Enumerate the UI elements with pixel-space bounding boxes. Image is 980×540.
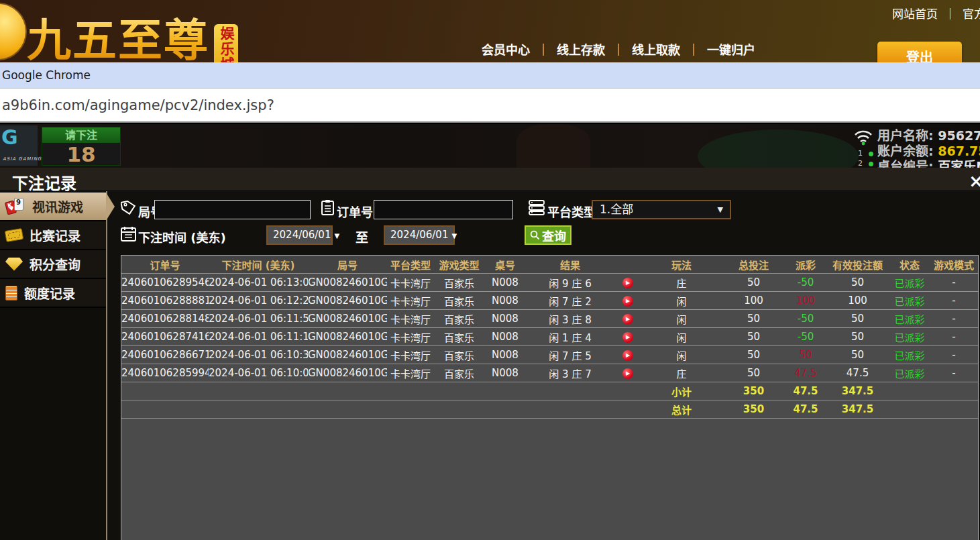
platform-cell: 卡卡湾厅 — [387, 330, 434, 344]
play-cell: ▶ — [614, 349, 641, 361]
nav-one-key-transfer[interactable]: 一键归户 — [707, 43, 755, 57]
valid-bet-cell: 50 — [826, 276, 889, 288]
search-button[interactable]: 查询 — [525, 225, 571, 245]
valid-bet-cell: 47.5 — [826, 367, 889, 379]
table-row: 2406010628667132024-06-01 06:10:37GN0082… — [121, 345, 978, 364]
valid-bet-cell: 50 — [826, 313, 889, 325]
game-background: G ASIA GAMING 请下注 18 1 2 用户名称: 9562737 — [0, 124, 980, 168]
chevron-down-icon: ▼ — [718, 201, 723, 218]
sidebar-item-label: 积分查询 — [30, 255, 80, 273]
order-cell: 240601062895463 — [121, 276, 209, 288]
col-header: 有效投注额 — [826, 258, 889, 272]
nav-withdraw[interactable]: 线上取款 — [632, 43, 680, 57]
sidebar-item-points-query[interactable]: 积分查询 — [0, 250, 106, 279]
modal-sidebar: K9 视讯游戏 比赛记录 积分查询 额度记录 — [0, 191, 107, 540]
main-nav: 会员中心｜线上存款｜线上取款｜一键归户 — [482, 40, 755, 58]
total-total-bet: 350 — [722, 403, 785, 415]
bet-records-table: 订单号 下注时间 (美东) 局号 平台类型 游戏类型 桌号 结果 玩法 总投注 … — [121, 255, 979, 540]
round-cell: GN008246010G9 — [308, 313, 387, 325]
popup-window-titlebar[interactable]: Google Chrome — [0, 62, 980, 89]
sidebar-item-video-games[interactable]: K9 视讯游戏 — [0, 193, 106, 221]
platform-cell: 卡卡湾厅 — [387, 348, 434, 362]
site-header: 九五至尊 娱乐城 网站首页｜官方 会员中心｜线上存款｜线上取款｜一键归户 登出 — [0, 0, 980, 62]
time-cell: 2024-06-01 06:10:01 — [209, 367, 308, 379]
status-cell: 已派彩 — [889, 312, 930, 326]
tag-icon — [121, 200, 136, 215]
play-icon[interactable]: ▶ — [622, 314, 633, 325]
popup-url-bar: a9b6in.com/agingame/pcv2/index.jsp? — [0, 89, 980, 123]
play-icon[interactable]: ▶ — [622, 332, 633, 343]
total-bet-cell: 50 — [722, 367, 785, 379]
platform-cell: 卡卡湾厅 — [387, 294, 434, 308]
ticket-icon — [5, 228, 24, 242]
date-to-value: 2024/06/01 — [390, 229, 448, 241]
play-icon[interactable]: ▶ — [622, 278, 633, 288]
order-cell: 240601062874164 — [121, 331, 209, 343]
result-cell: 闲 9 庄 6 — [526, 276, 614, 290]
col-header: 订单号 — [121, 258, 209, 272]
mode-cell: - — [930, 349, 978, 361]
road-number: 1 — [858, 149, 863, 158]
nav-member-center[interactable]: 会员中心 — [482, 43, 530, 57]
sidebar-item-label: 比赛记录 — [30, 226, 80, 244]
platform-type-value: 1.全部 — [600, 203, 633, 216]
result-cell: 闲 3 庄 8 — [526, 312, 614, 326]
play-icon[interactable]: ▶ — [622, 296, 633, 307]
mode-cell: - — [930, 294, 978, 307]
close-icon[interactable]: × — [969, 171, 980, 191]
provider-logo: G ASIA GAMING — [0, 125, 38, 166]
game-type-cell: 百家乐 — [434, 330, 484, 344]
bet-prompt-label: 请下注 — [42, 127, 120, 143]
top-link-official[interactable]: 官方 — [963, 7, 980, 21]
table-no-cell: N008 — [484, 367, 526, 379]
road-dot — [869, 152, 873, 156]
status-cell: 已派彩 — [889, 276, 930, 290]
total-row: 总计 350 47.5 347.5 — [121, 400, 978, 418]
table-header-row: 订单号 下注时间 (美东) 局号 平台类型 游戏类型 桌号 结果 玩法 总投注 … — [121, 256, 978, 273]
table-no-cell: N008 — [484, 313, 526, 325]
time-cell: 2024-06-01 06:13:02 — [209, 276, 308, 288]
total-label: 总计 — [641, 402, 722, 417]
play-type-cell: 闲 — [641, 348, 722, 362]
calendar-icon — [121, 226, 136, 241]
balance-line: 账户余额: 867.75 — [877, 141, 980, 156]
separator: ｜ — [537, 43, 549, 57]
order-cell: 240601062888816 — [121, 294, 209, 307]
sidebar-item-quota-records[interactable]: 额度记录 — [0, 279, 106, 308]
platform-list-icon — [529, 200, 545, 215]
round-cell: GN008246010G7 — [308, 349, 387, 361]
col-header: 派彩 — [785, 258, 826, 272]
date-from-picker[interactable]: 2024/06/01▼ — [266, 225, 333, 245]
table-no-cell: N008 — [484, 349, 526, 361]
mode-cell: - — [930, 276, 978, 288]
separator: ｜ — [944, 7, 956, 21]
platform-type-select[interactable]: 1.全部 ▼ — [592, 200, 731, 219]
total-bet-cell: 50 — [722, 276, 785, 288]
play-type-cell: 庄 — [641, 276, 722, 290]
sidebar-item-match-records[interactable]: 比赛记录 — [0, 221, 106, 250]
play-type-cell: 闲 — [641, 312, 722, 326]
result-cell: 闲 3 庄 7 — [526, 366, 614, 380]
time-cell: 2024-06-01 06:12:25 — [209, 294, 308, 307]
date-to-picker[interactable]: 2024/06/01▼ — [384, 225, 455, 245]
search-icon — [530, 230, 540, 240]
document-icon — [5, 286, 17, 301]
subtotal-total-bet: 350 — [722, 385, 785, 397]
payout-cell: -50 — [785, 331, 826, 343]
table-row: 2406010628888162024-06-01 06:12:25GN0082… — [121, 291, 978, 309]
play-icon[interactable]: ▶ — [622, 350, 633, 361]
payout-cell: 47.5 — [785, 367, 826, 379]
modal-content: 局号 订单号 平台类型 — [109, 191, 980, 540]
play-icon[interactable]: ▶ — [622, 368, 633, 379]
round-number-input[interactable] — [154, 200, 311, 219]
order-number-input[interactable] — [374, 200, 513, 219]
col-header: 平台类型 — [387, 258, 434, 272]
table-row: 2406010628954632024-06-01 06:13:02GN0082… — [121, 273, 978, 291]
total-bet-cell: 50 — [722, 349, 785, 361]
table-no-cell: N008 — [484, 294, 526, 307]
game-type-cell: 百家乐 — [434, 294, 484, 308]
nav-deposit[interactable]: 线上存款 — [557, 43, 605, 57]
result-cell: 闲 7 庄 2 — [526, 294, 614, 308]
top-link-home[interactable]: 网站首页 — [892, 7, 938, 21]
play-type-cell: 庄 — [641, 366, 722, 380]
